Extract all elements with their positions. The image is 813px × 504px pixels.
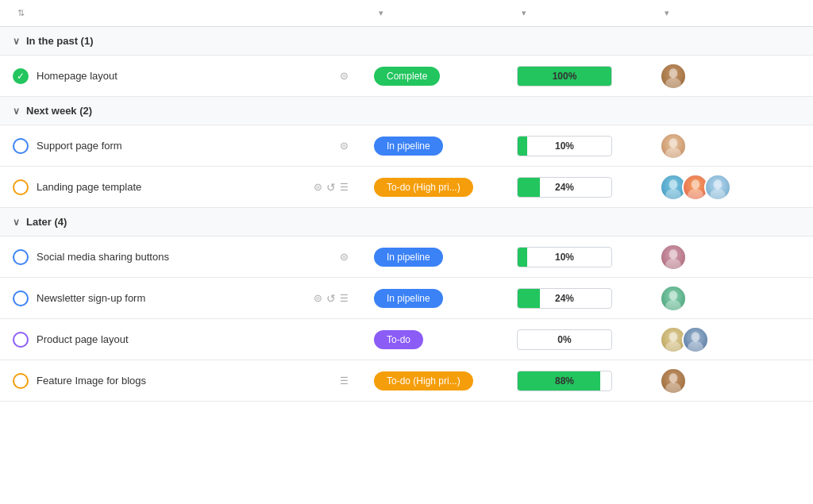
svg-point-4 [669, 138, 678, 148]
progress-value: 100% [518, 71, 611, 82]
progress-cell: 0% [504, 329, 647, 350]
progress-cell: 10% [504, 136, 647, 156]
stage-badge[interactable]: In pipeline [374, 137, 443, 156]
attachment-icon: ⊜ [340, 251, 349, 263]
progress-bar: 24% [517, 288, 612, 309]
list-icon: ☰ [340, 182, 349, 193]
avatar-group [660, 285, 687, 312]
table-body: ∨In the past (1)✓Homepage layout⊜Complet… [0, 27, 813, 402]
progress-bar: 24% [517, 177, 612, 198]
table-header: ⇅ ▾ ▾ ▾ [0, 0, 813, 27]
assigned-cell [647, 285, 813, 312]
task-meta-icons: ⊜↺☰ [314, 181, 349, 194]
col-assigned[interactable]: ▾ [647, 8, 813, 18]
table-row[interactable]: Feature Image for blogs☰To-do (High pri.… [0, 360, 813, 402]
task-cell: Landing page template⊜↺☰ [0, 171, 361, 203]
stage-filter-icon[interactable]: ▾ [379, 8, 383, 18]
svg-point-13 [714, 179, 722, 189]
avatar [660, 244, 687, 271]
stage-badge[interactable]: In pipeline [374, 248, 443, 267]
svg-point-28 [669, 373, 678, 383]
sort-icon[interactable]: ⇅ [17, 8, 25, 18]
avatar-group [660, 63, 687, 90]
task-status-icon[interactable] [13, 332, 29, 348]
table-row[interactable]: Landing page template⊜↺☰To-do (High pri.… [0, 167, 813, 208]
task-name: Support page form [37, 140, 332, 152]
task-meta-icons: ⊜ [340, 140, 349, 152]
col-task-title[interactable]: ⇅ [0, 8, 361, 18]
avatar-group [660, 367, 687, 394]
avatar-group [660, 174, 731, 201]
section-title-cell: ∨Next week (2) [13, 105, 374, 117]
progress-filter-icon[interactable]: ▾ [522, 8, 526, 18]
table-row[interactable]: Social media sharing buttons⊜In pipeline… [0, 237, 813, 278]
avatar [660, 63, 687, 90]
avatar-group [660, 326, 709, 353]
progress-cell: 24% [504, 177, 647, 198]
task-status-icon[interactable] [13, 373, 29, 389]
col-progress[interactable]: ▾ [504, 8, 647, 18]
stage-cell: In pipeline [361, 289, 504, 308]
task-status-icon[interactable] [13, 179, 29, 195]
progress-cell: 10% [504, 247, 647, 267]
task-name: Social media sharing buttons [37, 251, 332, 263]
task-status-icon[interactable] [13, 249, 29, 265]
table-row[interactable]: Support page form⊜In pipeline10% [0, 125, 813, 167]
task-status-icon[interactable]: ✓ [13, 68, 29, 84]
col-stage[interactable]: ▾ [361, 8, 504, 18]
avatar [682, 326, 709, 353]
stage-badge[interactable]: To-do (High pri...) [374, 371, 473, 391]
assigned-cell [647, 174, 813, 201]
stage-cell: In pipeline [361, 248, 504, 267]
stage-badge[interactable]: To-do (High pri...) [374, 178, 473, 197]
progress-value: 24% [518, 293, 611, 304]
stage-cell: In pipeline [361, 137, 504, 156]
table-row[interactable]: ✓Homepage layout⊜Complete100% [0, 56, 813, 97]
attachment-icon: ⊜ [314, 292, 322, 304]
assigned-filter-icon[interactable]: ▾ [665, 8, 669, 18]
table-row[interactable]: Product page layoutTo-do0% [0, 319, 813, 360]
progress-value: 88% [518, 375, 611, 387]
avatar [660, 367, 687, 394]
svg-point-10 [692, 179, 700, 189]
refresh-icon: ↺ [326, 181, 336, 194]
stage-badge[interactable]: In pipeline [374, 289, 443, 308]
task-status-icon[interactable] [13, 290, 29, 306]
list-icon: ☰ [340, 293, 349, 304]
task-name: Newsletter sign-up form [37, 292, 306, 304]
section-later: ∨Later (4) [0, 208, 813, 237]
progress-bar: 88% [517, 371, 612, 391]
progress-bar: 100% [517, 66, 612, 87]
stage-cell: To-do (High pri...) [361, 178, 504, 197]
attachment-icon: ⊜ [340, 70, 349, 82]
section-name: Later (4) [26, 216, 67, 228]
task-meta-icons: ⊜ [340, 70, 349, 82]
assigned-cell [647, 133, 813, 160]
task-cell: Support page form⊜ [0, 130, 361, 162]
avatar [660, 285, 687, 312]
stage-badge[interactable]: Complete [374, 67, 440, 86]
stage-badge[interactable]: To-do [374, 330, 423, 349]
avatar [660, 133, 687, 160]
section-name: Next week (2) [26, 105, 92, 117]
table-row[interactable]: Newsletter sign-up form⊜↺☰In pipeline24% [0, 278, 813, 319]
refresh-icon: ↺ [326, 292, 336, 305]
task-table: ⇅ ▾ ▾ ▾ ∨In the past (1)✓Homepage layout… [0, 0, 813, 402]
task-status-icon[interactable] [13, 138, 29, 154]
section-title-cell: ∨Later (4) [13, 216, 374, 228]
progress-bar: 10% [517, 136, 612, 156]
list-icon: ☰ [340, 375, 349, 387]
stage-cell: To-do [361, 330, 504, 349]
progress-bar: 10% [517, 247, 612, 267]
avatar [704, 174, 731, 201]
assigned-cell [647, 326, 813, 353]
progress-cell: 100% [504, 66, 647, 87]
task-meta-icons: ⊜↺☰ [314, 292, 349, 305]
task-name: Landing page template [37, 181, 306, 193]
section-collapse-icon[interactable]: ∨ [13, 106, 20, 117]
section-collapse-icon[interactable]: ∨ [13, 217, 20, 228]
svg-point-25 [692, 332, 700, 341]
section-collapse-icon[interactable]: ∨ [13, 36, 20, 47]
section-name: In the past (1) [26, 35, 94, 47]
section-past: ∨In the past (1) [0, 27, 813, 56]
